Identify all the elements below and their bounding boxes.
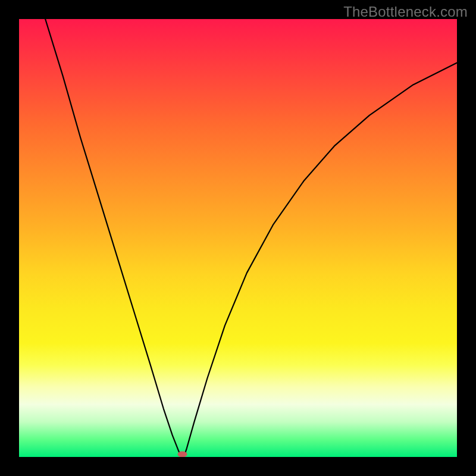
chart-svg: [19, 19, 457, 457]
watermark-text: TheBottleneck.com: [343, 4, 468, 20]
bottleneck-curve: [45, 19, 457, 455]
chart-frame: TheBottleneck.com: [0, 0, 476, 476]
plot-area: [19, 19, 457, 457]
